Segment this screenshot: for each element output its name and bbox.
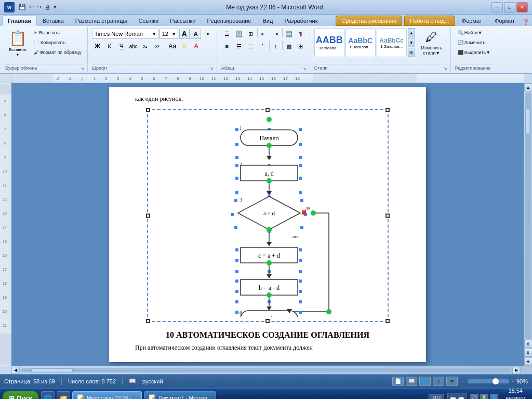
zoom-out-button[interactable]: − bbox=[462, 378, 466, 384]
multilevel-button[interactable]: ⊞ bbox=[245, 28, 257, 39]
undo-qa-button[interactable]: ↩ bbox=[28, 3, 35, 11]
tab-work[interactable]: Работа с над... bbox=[404, 16, 455, 26]
paste-button[interactable]: 📋 Вставить ▾ bbox=[5, 28, 30, 58]
sel-node6-tl bbox=[235, 311, 238, 314]
align-center-button[interactable]: ☰ bbox=[233, 41, 245, 52]
scroll-right-button[interactable]: ▶ bbox=[512, 367, 521, 374]
paragraph-expand-button[interactable]: ↘ bbox=[303, 66, 307, 71]
justify-button[interactable]: ⋮ bbox=[257, 41, 269, 52]
style-heading1[interactable]: AABB Заголово... bbox=[314, 28, 344, 57]
scroll-down-button[interactable]: ▼ bbox=[524, 357, 533, 366]
font-color-button[interactable]: A bbox=[191, 41, 202, 52]
style-heading2[interactable]: AaBbC 1 Заголов... bbox=[345, 28, 376, 57]
save-qa-button[interactable]: 💾 bbox=[18, 3, 27, 11]
pilcrow-button[interactable]: ¶ bbox=[295, 28, 307, 39]
clear-format-button[interactable]: ✦ bbox=[202, 28, 214, 39]
styles-scroll-up[interactable]: ▲ bbox=[408, 28, 415, 37]
close-button[interactable]: ✕ bbox=[516, 2, 528, 12]
sel-node4-tr bbox=[299, 248, 302, 251]
tab-insert[interactable]: Вставка bbox=[37, 16, 70, 26]
green-dot-1-bot bbox=[267, 143, 272, 148]
highlight-button[interactable]: A bbox=[179, 41, 190, 52]
tray-icon-1[interactable]: 🔊 bbox=[470, 394, 478, 399]
scroll-left-button[interactable]: ◀ bbox=[11, 367, 20, 374]
tab-view[interactable]: Вид bbox=[257, 16, 279, 26]
strikethrough-button[interactable]: abc bbox=[128, 41, 139, 52]
format-painter-button[interactable]: 🖌 Формат по образцу bbox=[31, 48, 84, 57]
borders-button[interactable]: ⊞ bbox=[295, 41, 307, 52]
decrease-indent-button[interactable]: ⇤ bbox=[258, 28, 270, 39]
maximize-button[interactable]: □ bbox=[504, 2, 515, 12]
font-name-selector[interactable]: Times New Roman▾ bbox=[92, 29, 158, 39]
tab-mailings[interactable]: Рассылки bbox=[164, 16, 201, 26]
bold-button[interactable]: Ж bbox=[92, 41, 103, 52]
font-expand-button[interactable]: ↘ bbox=[210, 66, 214, 71]
styles-expand-button[interactable]: ↘ bbox=[444, 66, 447, 71]
line-spacing-button[interactable]: ↕ bbox=[270, 41, 282, 52]
redo-qa-button[interactable]: ↪ bbox=[36, 3, 43, 11]
tab-layout[interactable]: Разметка страницы bbox=[70, 16, 133, 26]
print-qa-button[interactable]: 🖨 bbox=[44, 3, 51, 11]
view-reading-button[interactable]: 📖 bbox=[406, 377, 417, 386]
increase-indent-button[interactable]: ⇥ bbox=[270, 28, 282, 39]
scroll-next-page-button[interactable]: ⬇ bbox=[524, 349, 533, 357]
keyboard-indicator[interactable]: ⬅ ➡ bbox=[447, 393, 467, 399]
qa-dropdown-button[interactable]: ▾ bbox=[52, 3, 58, 11]
align-left-button[interactable]: ≡ bbox=[221, 41, 233, 52]
tab-drawing-tools[interactable]: Средства рисования bbox=[336, 16, 402, 26]
style-heading3[interactable]: AaBbCc 1 Заголов... bbox=[377, 28, 407, 57]
scroll-up-button[interactable]: ▲ bbox=[524, 83, 533, 91]
taskbar-app-word[interactable]: 📝 Метод указ 22.06 - ... bbox=[72, 391, 142, 399]
styles-expand[interactable]: ⊞ bbox=[408, 48, 415, 57]
superscript-button[interactable]: x² bbox=[152, 41, 163, 52]
language-button[interactable]: RU bbox=[429, 394, 444, 399]
font-size-selector[interactable]: 12▾ bbox=[159, 29, 178, 39]
svg-rect-2 bbox=[313, 74, 417, 83]
tray-icon-2[interactable]: 🔋 bbox=[480, 394, 488, 399]
ie-quick-launch[interactable]: 🌐 bbox=[41, 391, 55, 399]
copy-button[interactable]: 📄 Копировать bbox=[31, 38, 84, 47]
underline-button[interactable]: Ч bbox=[116, 41, 127, 52]
view-draft-button[interactable]: ≈ bbox=[446, 377, 458, 386]
font-grow-button[interactable]: A bbox=[179, 29, 190, 39]
scroll-prev-page-button[interactable]: ⬆ bbox=[524, 340, 533, 348]
italic-button[interactable]: К bbox=[104, 41, 115, 52]
h-scroll-thumb[interactable] bbox=[31, 368, 73, 373]
scroll-thumb[interactable] bbox=[525, 108, 530, 134]
bullets-button[interactable]: ☰ bbox=[221, 28, 233, 39]
folder-quick-launch[interactable]: 📁 bbox=[57, 391, 70, 399]
tab-review[interactable]: Рецензирование bbox=[202, 16, 257, 26]
find-button[interactable]: 🔍 Найти▼ bbox=[455, 28, 493, 37]
taskbar-app-word2[interactable]: 📝 Документ1 - Microso... bbox=[144, 391, 216, 399]
select-button[interactable]: ⬛ Выделить▼ bbox=[455, 48, 493, 57]
tab-dev[interactable]: Разработчик bbox=[278, 16, 323, 26]
numbering-button[interactable]: 🔢 bbox=[233, 28, 245, 39]
zoom-slider[interactable] bbox=[468, 379, 509, 383]
view-outline-button[interactable]: ≡ bbox=[433, 377, 444, 386]
shading-button[interactable]: ▩ bbox=[283, 41, 295, 52]
flowchart-selection-box[interactable]: 1 Начало bbox=[147, 109, 389, 322]
font-formatting-row: Ж К Ч abc x₂ x² Аа A A bbox=[92, 41, 202, 52]
subscript-button[interactable]: x₂ bbox=[140, 41, 151, 52]
format-painter-icon: 🖌 bbox=[34, 50, 38, 55]
styles-scroll-down[interactable]: ▼ bbox=[408, 38, 415, 47]
tab-format-1[interactable]: Формат bbox=[456, 16, 488, 26]
tab-format-2[interactable]: Формат bbox=[489, 16, 521, 26]
replace-button[interactable]: 🔄 Заменить bbox=[455, 38, 493, 47]
start-button[interactable]: ⊞ Пуск bbox=[2, 391, 39, 399]
help-button[interactable]: ❓ bbox=[522, 18, 530, 26]
align-right-button[interactable]: ≣ bbox=[245, 41, 257, 52]
sort-button[interactable]: 🔤 bbox=[283, 28, 295, 39]
font-shrink-button[interactable]: A bbox=[191, 29, 201, 39]
view-web-button[interactable]: 🌐 bbox=[419, 377, 431, 386]
change-styles-button[interactable]: 🖊 Изменить стили▼ bbox=[416, 28, 447, 58]
clipboard-expand-button[interactable]: ↘ bbox=[81, 66, 84, 71]
change-case-button[interactable]: Аа bbox=[167, 41, 178, 52]
tab-main[interactable]: Главная bbox=[2, 16, 37, 26]
tray-icon-3[interactable]: 🌐 bbox=[490, 394, 498, 399]
minimize-button[interactable]: ─ bbox=[491, 2, 503, 12]
view-normal-button[interactable]: 📄 bbox=[392, 377, 404, 386]
tab-links[interactable]: Ссылки bbox=[132, 16, 164, 26]
cut-button[interactable]: ✂ Вырезать bbox=[31, 28, 84, 37]
zoom-in-button[interactable]: + bbox=[511, 378, 514, 384]
